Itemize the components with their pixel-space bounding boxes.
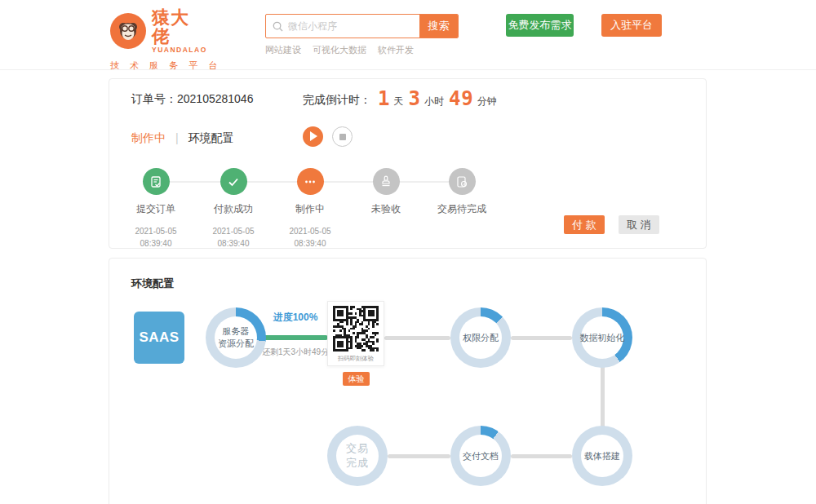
search-icon xyxy=(273,21,283,32)
node-transaction-complete: 交易完成 xyxy=(327,426,388,486)
search-button[interactable]: 搜索 xyxy=(419,15,458,38)
saas-badge: SAAS xyxy=(134,312,184,364)
qr-code-panel: 扫码即刻体验 xyxy=(327,301,384,366)
monkey-logo-icon xyxy=(110,13,146,49)
step-in-production: 制作中 2021-05-0508:39:40 xyxy=(276,168,344,250)
step-payment-success: 付款成功 2021-05-0508:39:40 xyxy=(199,168,268,250)
check-icon xyxy=(220,168,247,195)
experience-button[interactable]: 体验 xyxy=(343,372,370,386)
search-input[interactable] xyxy=(288,20,402,32)
nav-link-bigdata[interactable]: 可视化大数据 xyxy=(313,44,366,56)
pay-button[interactable]: 付 款 xyxy=(564,215,605,234)
connector xyxy=(511,454,572,458)
play-button[interactable] xyxy=(303,126,323,147)
node-server-allocation: 服务器资源分配 xyxy=(206,307,266,368)
nav-link-software[interactable]: 软件开发 xyxy=(378,44,414,56)
publish-demand-button[interactable]: 免费发布需求 xyxy=(506,14,574,37)
node-permission-allocation: 权限分配 xyxy=(450,307,511,368)
connector xyxy=(511,336,572,340)
progress-percent-label: 进度100% xyxy=(261,311,330,325)
progress-bar xyxy=(263,335,328,340)
section-title: 环境配置 xyxy=(131,276,174,291)
order-number: 订单号：202105281046 xyxy=(131,92,253,107)
file-check-icon xyxy=(449,168,476,195)
step-submit-order: 提交订单 2021-05-0508:39:40 xyxy=(122,168,190,250)
completion-countdown: 完成倒计时： 1 天 3 小时 49 分钟 xyxy=(303,87,502,110)
ellipsis-icon xyxy=(297,168,324,195)
connector xyxy=(384,336,450,340)
node-data-initialization: 数据初始化 xyxy=(572,307,632,368)
order-status-card: 订单号：202105281046 完成倒计时： 1 天 3 小时 49 分钟 制… xyxy=(109,78,707,249)
brand-tagline: 技 术 服 务 平 台 xyxy=(110,60,204,72)
brand-latin: YUANDALAO xyxy=(152,46,207,54)
node-delivery-docs: 交付文档 xyxy=(450,426,511,486)
header: 猿大佬 YUANDALAO 技 术 服 务 平 台 搜索 网站建设 可视化大数据… xyxy=(0,0,816,70)
time-remaining-label: 还剩1天3小时49分 xyxy=(256,347,335,358)
qr-code xyxy=(333,306,379,351)
connector xyxy=(601,365,605,428)
countdown-days: 1 xyxy=(378,87,390,110)
step-transaction-pending: 交易待完成 xyxy=(428,168,496,225)
connector xyxy=(388,454,450,458)
logo[interactable]: 猿大佬 YUANDALAO 技 术 服 务 平 台 xyxy=(110,8,204,72)
stamp-icon xyxy=(373,168,400,195)
stop-button[interactable] xyxy=(332,126,353,147)
step-not-accepted: 未验收 xyxy=(352,168,420,225)
document-check-icon xyxy=(143,168,170,195)
countdown-hours: 3 xyxy=(408,87,420,110)
node-carrier-build: 载体搭建 xyxy=(572,426,632,486)
qr-caption: 扫码即刻体验 xyxy=(338,354,374,362)
order-status-line: 制作中 | 环境配置 xyxy=(131,131,233,146)
join-platform-button[interactable]: 入驻平台 xyxy=(601,14,662,37)
cancel-button[interactable]: 取 消 xyxy=(619,215,659,234)
search-box: 搜索 xyxy=(265,14,459,38)
countdown-minutes: 49 xyxy=(449,87,474,110)
brand-name: 猿大佬 xyxy=(152,8,207,46)
environment-config-card: 环境配置 SAAS 进度100% 还剩1天3小时49分 服务器资源分配 权限分配… xyxy=(109,258,707,504)
nav-link-website[interactable]: 网站建设 xyxy=(265,44,301,56)
